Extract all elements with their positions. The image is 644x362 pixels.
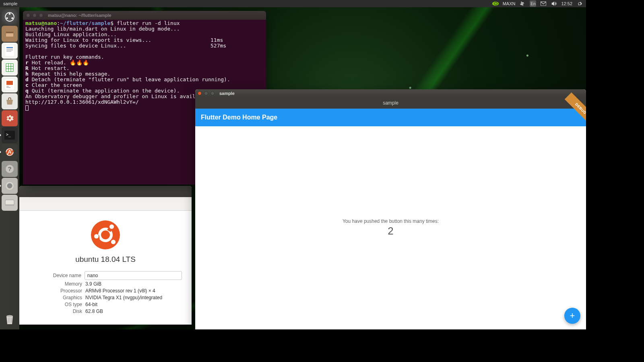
dash-icon[interactable] (2, 9, 18, 25)
svg-rect-11 (6, 51, 11, 51)
memory-value: 3.9 GiB (85, 281, 101, 287)
appbar-title: Flutter Demo Home Page (201, 114, 277, 121)
terminal-cmd: flutter run -d linux (117, 20, 180, 26)
svg-rect-32 (5, 205, 14, 206)
impress-icon[interactable] (2, 76, 18, 93)
svg-rect-20 (6, 86, 9, 86)
system-settings-icon[interactable] (2, 178, 18, 194)
settings-toolbar (19, 197, 192, 211)
flutter-titlebar[interactable]: sample (195, 89, 586, 97)
svg-rect-7 (5, 45, 14, 56)
devices-icon[interactable] (2, 195, 18, 211)
prompt-user: matsu@nano (25, 20, 57, 26)
terminal-titlebar[interactable]: matsu@nano: ~/flutter/sample (23, 11, 266, 20)
svg-point-1 (9, 13, 10, 14)
device-name-input[interactable] (85, 271, 182, 280)
flutter-menubar: sample (195, 97, 586, 109)
svg-rect-34 (8, 318, 8, 323)
mail-icon[interactable] (540, 0, 547, 7)
os-title: ubuntu 18.04 LTS (29, 255, 182, 264)
plus-icon: + (570, 311, 575, 321)
processor-value: ARMv8 Processor rev 1 (v8l) × 4 (85, 288, 155, 294)
svg-rect-6 (6, 33, 13, 34)
network-icon[interactable] (519, 0, 526, 7)
clock[interactable]: 12:52 (561, 1, 572, 6)
svg-text:?: ? (8, 165, 11, 172)
trash-icon[interactable] (2, 311, 18, 327)
files-icon[interactable] (2, 26, 18, 42)
fire-icon: 🔥🔥🔥 (70, 60, 89, 66)
volume-icon[interactable] (551, 0, 557, 7)
flutter-window-title: sample (219, 91, 235, 96)
calc-icon[interactable] (2, 60, 18, 76)
settings-cog-icon[interactable] (2, 110, 18, 126)
graphics-value: NVIDIA Tegra X1 (nvgpu)/integrated (85, 295, 162, 300)
svg-rect-36 (11, 318, 12, 323)
help-icon[interactable]: ? (2, 161, 18, 177)
flutter-appbar: Flutter Demo Home Page DEBUG (195, 109, 586, 126)
svg-rect-35 (10, 318, 10, 323)
updater-icon[interactable]: A (2, 144, 18, 160)
nvidia-icon[interactable] (492, 0, 499, 7)
top-panel: sample MAXN En 12:52 (0, 0, 586, 7)
svg-rect-21 (6, 87, 10, 88)
svg-point-30 (8, 185, 10, 187)
settings-about-window[interactable]: ubuntu 18.04 LTS Device name Memory3.9 G… (19, 186, 192, 325)
system-gear-icon[interactable] (576, 0, 583, 7)
launcher-dock: >_ A ? (0, 7, 19, 329)
keyboard-lang-indicator[interactable]: En (530, 0, 536, 7)
close-icon[interactable] (26, 13, 30, 17)
terminal-title: matsu@nano: ~/flutter/sample (48, 13, 111, 18)
ostype-value: 64-bit (85, 302, 97, 307)
svg-rect-31 (5, 200, 14, 205)
svg-rect-10 (6, 50, 13, 50)
prompt-path: ~/flutter/sample (60, 20, 110, 26)
maximize-icon[interactable] (211, 91, 215, 95)
software-icon[interactable] (2, 93, 18, 109)
svg-text:>_: >_ (6, 132, 11, 137)
counter-value: 2 (388, 225, 393, 237)
disk-value: 62.8 GB (85, 309, 103, 314)
fab-add-button[interactable]: + (564, 308, 580, 324)
svg-text:A: A (8, 149, 12, 155)
maximize-icon[interactable] (39, 13, 43, 17)
svg-point-2 (6, 17, 8, 19)
flutter-window[interactable]: sample sample Flutter Demo Home Page DEB… (195, 89, 586, 329)
gpu-mode-label[interactable]: MAXN (503, 1, 516, 6)
terminal-icon[interactable]: >_ (2, 127, 18, 143)
svg-rect-8 (6, 47, 13, 48)
svg-rect-9 (6, 49, 13, 49)
settings-titlebar[interactable] (19, 186, 192, 197)
ubuntu-logo-icon (91, 220, 120, 249)
svg-rect-19 (6, 81, 13, 85)
minimize-icon[interactable] (204, 91, 208, 95)
svg-rect-12 (5, 62, 14, 73)
terminal-cursor (25, 105, 29, 111)
svg-rect-4 (6, 32, 13, 33)
svg-point-22 (8, 117, 10, 119)
minimize-icon[interactable] (33, 13, 37, 17)
device-name-label: Device name (29, 273, 85, 278)
writer-icon[interactable] (2, 43, 18, 59)
close-icon[interactable] (198, 91, 202, 95)
svg-point-33 (6, 315, 13, 317)
active-app-title: sample (3, 1, 17, 6)
counter-caption: You have pushed the button this many tim… (343, 218, 439, 224)
svg-point-3 (11, 17, 13, 19)
flutter-body: You have pushed the button this many tim… (195, 126, 586, 329)
